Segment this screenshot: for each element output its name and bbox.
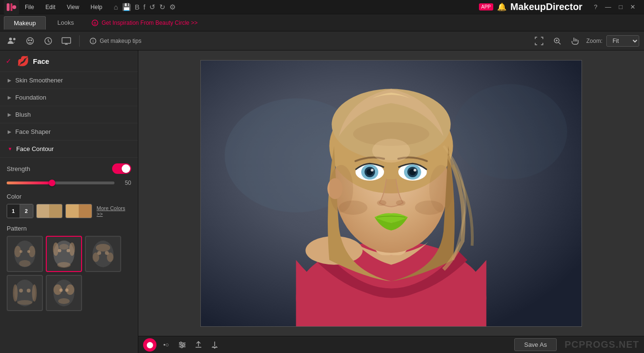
dot-tool-button[interactable]: ⦁○: [159, 338, 173, 352]
sidebar-item-blush[interactable]: ▶ Blush: [0, 106, 138, 123]
zoom-label: Zoom:: [586, 38, 602, 44]
chevron-right-icon: ▶: [8, 95, 11, 100]
foundation-label: Foundation: [15, 94, 46, 101]
color-label: Color: [7, 193, 131, 200]
strength-toggle[interactable]: [112, 163, 131, 174]
undo-icon[interactable]: ↺: [149, 3, 156, 11]
svg-point-37: [17, 300, 32, 305]
window-close[interactable]: ✕: [630, 3, 635, 10]
svg-point-45: [65, 289, 69, 292]
svg-rect-0: [7, 3, 10, 11]
svg-point-66: [414, 169, 416, 171]
strength-slider[interactable]: [7, 182, 114, 184]
window-maximize[interactable]: □: [619, 3, 623, 10]
sidebar-item-face-shaper[interactable]: ▶ Face Shaper: [0, 123, 138, 141]
hand-icon[interactable]: [568, 34, 582, 48]
menu-view[interactable]: View: [65, 3, 81, 11]
face-title: Face: [33, 57, 49, 65]
adjust-tool-button[interactable]: [176, 338, 189, 352]
menu-bar: File Edit View Help: [23, 3, 104, 11]
svg-point-24: [57, 262, 71, 268]
check-icon: ✓: [6, 57, 11, 65]
svg-point-32: [97, 251, 101, 255]
photo-background: [201, 61, 582, 326]
svg-point-22: [53, 242, 59, 256]
pattern-item-4[interactable]: [7, 275, 43, 311]
tab-looks[interactable]: Looks: [48, 16, 83, 29]
face-detect-icon[interactable]: [23, 34, 37, 48]
window-question[interactable]: ?: [594, 3, 597, 10]
upload-tool-button[interactable]: [192, 338, 205, 352]
watermark-text: PCPROGS.NET: [564, 339, 639, 350]
pattern-grid: [7, 236, 131, 311]
sidebar: ✓ 💋 Face ▶ Skin Smoothener ▶ Foundation …: [0, 50, 138, 353]
numbered-swatches[interactable]: 1 2: [7, 204, 33, 218]
redo-icon[interactable]: ↻: [159, 3, 166, 11]
bottom-right: Save As PCPROGS.NET: [514, 338, 639, 351]
strength-slider-row: 50: [7, 180, 131, 186]
sidebar-item-skin-smoothener[interactable]: ▶ Skin Smoothener: [0, 72, 138, 89]
script-icon[interactable]: B: [135, 3, 140, 11]
canvas-inner: [138, 50, 644, 336]
main-layout: ✓ 💋 Face ▶ Skin Smoothener ▶ Foundation …: [0, 50, 644, 353]
face-contour-label: Face Contour: [16, 145, 54, 152]
screen-icon[interactable]: [59, 34, 73, 48]
svg-point-35: [13, 284, 18, 302]
blush-label: Blush: [15, 111, 31, 118]
svg-point-25: [59, 244, 69, 250]
brand-name: MakeupDirector: [510, 1, 582, 12]
pattern-item-5[interactable]: [46, 275, 82, 311]
window-minimize[interactable]: —: [605, 3, 611, 10]
color-swatch-1[interactable]: 1: [7, 204, 20, 218]
bottom-toolbar: ⬤ ⦁○ Save As PCPROGS.NET: [138, 336, 644, 353]
color-pair-2-left: [66, 204, 79, 218]
fullscreen-icon[interactable]: [532, 34, 546, 48]
svg-point-33: [105, 251, 109, 255]
sidebar-item-face-contour[interactable]: ▼ Face Contour: [0, 141, 138, 158]
tab-makeup[interactable]: Makeup: [4, 16, 46, 30]
toolbar-right: Zoom: Fit 25% 50% 75% 100% 200%: [532, 34, 639, 48]
color-pair-1[interactable]: [36, 204, 63, 218]
chevron-right-icon: ▶: [8, 78, 11, 83]
app-icon: [4, 0, 19, 15]
bell-icon[interactable]: 🔔: [497, 2, 507, 11]
pattern-item-2[interactable]: [46, 236, 82, 272]
color-pair-2[interactable]: [65, 204, 92, 218]
menu-edit[interactable]: Edit: [43, 3, 57, 11]
svg-point-75: [180, 342, 182, 344]
tabbar: Makeup Looks B Get Inspiration From Beau…: [0, 14, 644, 31]
zoom-select[interactable]: Fit 25% 50% 75% 100% 200%: [606, 35, 639, 47]
sidebar-item-foundation[interactable]: ▶ Foundation: [0, 89, 138, 106]
svg-point-77: [181, 346, 183, 348]
pattern-item-1[interactable]: [7, 236, 43, 272]
color-swatches: 1 2 More Colors >>: [7, 204, 131, 218]
toolbar-sep: [79, 35, 80, 47]
beauty-circle-button[interactable]: B Get Inspiration From Beauty Circle >>: [91, 19, 197, 27]
pattern-label: Pattern: [7, 225, 131, 232]
chevron-right-icon: ▶: [8, 112, 11, 117]
makeup-tips-button[interactable]: i Get makeup tips: [85, 35, 145, 47]
save-as-button[interactable]: Save As: [514, 338, 557, 351]
app-badge: APP: [479, 3, 493, 10]
svg-point-18: [19, 260, 31, 267]
color-swatch-2[interactable]: 2: [20, 204, 33, 218]
people-icon[interactable]: [5, 34, 19, 48]
history-icon[interactable]: [41, 34, 55, 48]
more-colors-button[interactable]: More Colors >>: [97, 205, 131, 217]
facebook-icon[interactable]: f: [144, 3, 145, 11]
svg-point-2: [12, 5, 16, 9]
zoom-in-icon[interactable]: [550, 34, 564, 48]
circle-tool-button[interactable]: ⬤: [143, 338, 156, 352]
face-section-header[interactable]: ✓ 💋 Face: [0, 50, 138, 72]
main-toolbar: i Get makeup tips Zoom: Fit 25% 50% 75% …: [0, 31, 644, 50]
svg-point-29: [96, 244, 110, 252]
menu-file[interactable]: File: [23, 3, 36, 11]
download-tool-button[interactable]: [208, 338, 221, 352]
menu-help[interactable]: Help: [89, 3, 104, 11]
svg-point-7: [27, 38, 33, 44]
svg-point-8: [29, 40, 30, 40]
save-icon[interactable]: 💾: [122, 3, 131, 11]
settings-icon[interactable]: ⚙: [169, 3, 176, 11]
home-icon[interactable]: ⌂: [114, 3, 118, 11]
pattern-item-3[interactable]: [85, 236, 121, 272]
